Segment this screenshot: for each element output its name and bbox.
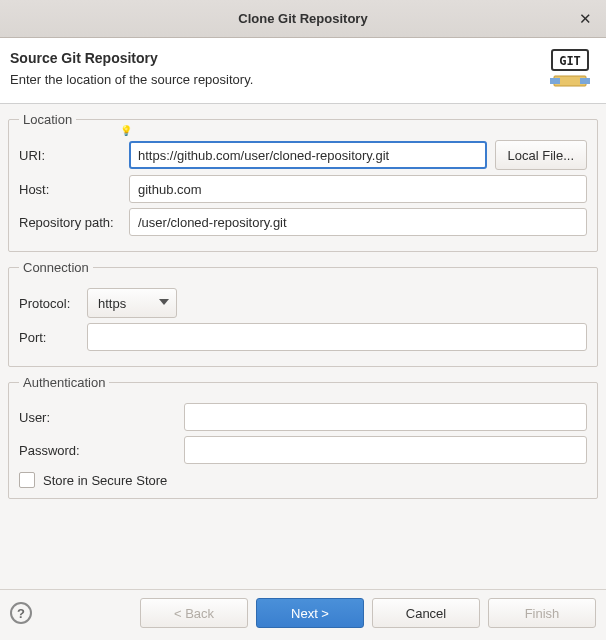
port-label: Port:: [19, 330, 87, 345]
port-input[interactable]: [87, 323, 587, 351]
uri-label: URI:: [19, 148, 129, 163]
store-secure-label: Store in Secure Store: [43, 473, 167, 488]
authentication-group: Authentication User: Password: Store in …: [8, 375, 598, 499]
local-file-button[interactable]: Local File...: [495, 140, 587, 170]
titlebar: Clone Git Repository ✕: [0, 0, 606, 38]
password-label: Password:: [19, 443, 184, 458]
close-icon[interactable]: ✕: [574, 8, 596, 30]
git-icon: GIT: [548, 48, 592, 92]
protocol-value: https: [98, 296, 126, 311]
store-secure-row: Store in Secure Store: [19, 472, 587, 488]
password-input[interactable]: [184, 436, 587, 464]
location-group: Location URI: 💡 Local File... Host: Repo…: [8, 112, 598, 252]
protocol-label: Protocol:: [19, 296, 87, 311]
hint-bulb-icon[interactable]: 💡: [120, 125, 132, 136]
host-row: Host:: [19, 175, 587, 203]
protocol-row: Protocol: https: [19, 288, 587, 318]
authentication-legend: Authentication: [19, 375, 109, 390]
uri-input[interactable]: [129, 141, 487, 169]
port-row: Port:: [19, 323, 587, 351]
next-button[interactable]: Next >: [256, 598, 364, 628]
svg-rect-3: [550, 78, 560, 84]
protocol-select[interactable]: https: [87, 288, 177, 318]
host-input[interactable]: [129, 175, 587, 203]
page-subtitle: Enter the location of the source reposit…: [10, 72, 253, 87]
svg-rect-4: [580, 78, 590, 84]
host-label: Host:: [19, 182, 129, 197]
user-input[interactable]: [184, 403, 587, 431]
user-row: User:: [19, 403, 587, 431]
help-icon[interactable]: ?: [10, 602, 32, 624]
back-button[interactable]: < Back: [140, 598, 248, 628]
connection-group: Connection Protocol: https Port:: [8, 260, 598, 367]
window-title: Clone Git Repository: [238, 11, 367, 26]
wizard-header: Source Git Repository Enter the location…: [0, 38, 606, 104]
content-area: Location URI: 💡 Local File... Host: Repo…: [0, 104, 606, 499]
page-title: Source Git Repository: [10, 50, 253, 66]
finish-button[interactable]: Finish: [488, 598, 596, 628]
cancel-button[interactable]: Cancel: [372, 598, 480, 628]
location-legend: Location: [19, 112, 76, 127]
uri-row: URI: 💡 Local File...: [19, 140, 587, 170]
user-label: User:: [19, 410, 184, 425]
store-secure-checkbox[interactable]: [19, 472, 35, 488]
repo-path-row: Repository path:: [19, 208, 587, 236]
password-row: Password:: [19, 436, 587, 464]
wizard-header-text: Source Git Repository Enter the location…: [10, 48, 253, 87]
connection-legend: Connection: [19, 260, 93, 275]
wizard-footer: ? < Back Next > Cancel Finish: [0, 589, 606, 640]
repo-path-label: Repository path:: [19, 215, 129, 230]
svg-text:GIT: GIT: [559, 54, 581, 68]
repo-path-input[interactable]: [129, 208, 587, 236]
